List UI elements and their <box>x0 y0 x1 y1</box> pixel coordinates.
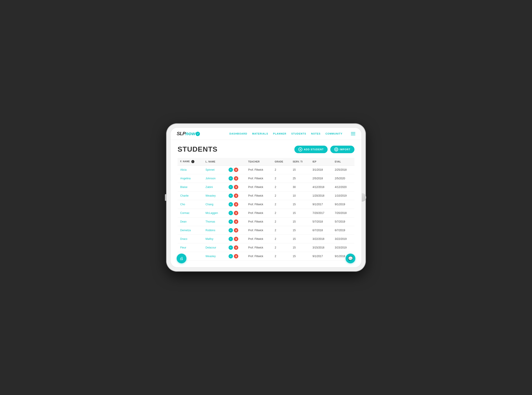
cell-grade: 2 <box>272 200 290 209</box>
col-lname[interactable]: L. NAME <box>203 158 226 166</box>
cell-lname[interactable]: Malfoy <box>203 235 226 243</box>
logo-area: SLP now <box>177 131 200 137</box>
edit-button[interactable] <box>229 219 233 224</box>
cell-fname[interactable]: Fleur <box>178 243 203 252</box>
cell-teacher: Prof. Flitwick <box>246 243 272 252</box>
cell-iep: 9/1/2017 <box>310 200 332 209</box>
cell-actions <box>226 183 245 192</box>
nav-dashboard[interactable]: DASHBOARD <box>230 132 247 135</box>
cell-teacher: Prof. Flitwick <box>246 183 272 192</box>
col-fname[interactable]: F. NAME ↓ <box>178 158 203 166</box>
cell-fname[interactable]: Charlie <box>178 192 203 200</box>
logo-slp: SLP <box>177 131 186 137</box>
nav-links: DASHBOARD MATERIALS PLANNER STUDENTS NOT… <box>230 132 355 135</box>
delete-button[interactable] <box>234 168 238 172</box>
cell-iep: 4/12/2018 <box>310 183 332 192</box>
table-row: Fleur Delacour Prof. Flitwick 2 15 3/15/… <box>178 243 354 252</box>
col-grade[interactable]: GRADE <box>272 158 290 166</box>
cell-lname[interactable]: Weasley <box>203 192 226 200</box>
cell-lname[interactable]: Delacour <box>203 243 226 252</box>
cell-fname[interactable]: Blaise <box>178 183 203 192</box>
col-serv[interactable]: SERV. TI <box>290 158 310 166</box>
delete-button[interactable] <box>234 176 238 181</box>
cell-teacher: Prof. Flitwick <box>246 226 272 235</box>
cell-lname[interactable]: Chang <box>203 200 226 209</box>
delete-button[interactable] <box>234 185 238 189</box>
nav-materials[interactable]: MATERIALS <box>252 132 268 135</box>
sort-icon: ↓ <box>191 160 194 163</box>
cell-grade: 2 <box>272 226 290 235</box>
cell-serv: 15 <box>290 226 310 235</box>
cell-teacher: Prof. Flitwick <box>246 209 272 217</box>
col-teacher[interactable]: TEACHER <box>246 158 272 166</box>
table-row: Blaise Zabini Prof. Flitwick 2 30 4/12/2… <box>178 183 354 192</box>
edit-button[interactable] <box>229 211 233 215</box>
cell-grade: 2 <box>272 235 290 243</box>
cell-serv: 15 <box>290 166 310 174</box>
add-icon: + <box>298 147 302 151</box>
cell-lname[interactable]: Weasley <box>203 252 226 261</box>
cell-serv: 15 <box>290 243 310 252</box>
delete-button[interactable] <box>234 211 238 215</box>
cell-fname[interactable]: Dean <box>178 217 203 226</box>
cell-actions <box>226 166 245 174</box>
cell-grade: 2 <box>272 183 290 192</box>
col-iep[interactable]: IEP <box>310 158 332 166</box>
cell-lname[interactable]: Spinnet <box>203 166 226 174</box>
cell-lname[interactable]: McLaggen <box>203 209 226 217</box>
cell-lname[interactable]: Zabini <box>203 183 226 192</box>
delete-button[interactable] <box>234 193 238 198</box>
cell-iep: 7/20/2017 <box>310 209 332 217</box>
cell-fname[interactable]: Alicia <box>178 166 203 174</box>
table-row: Fred Weasley Prof. Flitwick 2 15 9/1/201… <box>178 252 354 261</box>
edit-button[interactable] <box>229 254 233 258</box>
hamburger-menu[interactable] <box>351 132 355 135</box>
cell-eval: 2/5/2020 <box>332 174 354 183</box>
delete-button[interactable] <box>234 219 238 224</box>
import-button[interactable]: ⊙ IMPORT <box>330 146 354 153</box>
add-student-button[interactable]: + ADD STUDENT <box>294 146 328 153</box>
cell-eval: 2/25/2018 <box>332 166 354 174</box>
delete-button[interactable] <box>234 245 238 250</box>
cell-serv: 15 <box>290 252 310 261</box>
table-row: Dean Thomas Prof. Flitwick 2 15 5/7/2018… <box>178 217 354 226</box>
chat-button[interactable]: 💬 <box>346 254 355 263</box>
edit-button[interactable] <box>229 228 233 232</box>
cell-fname[interactable]: Cho <box>178 200 203 209</box>
edit-button[interactable] <box>229 237 233 241</box>
cell-fname[interactable]: Draco <box>178 235 203 243</box>
cell-lname[interactable]: Thomas <box>203 217 226 226</box>
delete-button[interactable] <box>234 254 238 258</box>
delete-button[interactable] <box>234 237 238 241</box>
table-header-row: F. NAME ↓ L. NAME TEACHER GRADE SERV. TI… <box>178 158 354 166</box>
nav-planner[interactable]: PLANNER <box>273 132 286 135</box>
table-row: Demelza Robbins Prof. Flitwick 2 15 6/7/… <box>178 226 354 235</box>
edit-button[interactable] <box>229 176 233 181</box>
nav-students[interactable]: STUDENTS <box>291 132 306 135</box>
col-actions <box>226 158 245 166</box>
table-row: Charlie Weasley Prof. Flitwick 2 10 1/20… <box>178 192 354 200</box>
edit-button[interactable] <box>229 193 233 198</box>
cell-eval: 6/7/2019 <box>332 226 354 235</box>
cell-teacher: Prof. Flitwick <box>246 200 272 209</box>
cell-lname[interactable]: Johnson <box>203 174 226 183</box>
edit-button[interactable] <box>229 168 233 172</box>
cell-fname[interactable]: Angelina <box>178 174 203 183</box>
delete-button[interactable] <box>234 202 238 207</box>
edit-button[interactable] <box>229 185 233 189</box>
delete-button[interactable] <box>234 228 238 232</box>
cell-iep: 3/22/2018 <box>310 235 332 243</box>
cell-fname[interactable]: Demelza <box>178 226 203 235</box>
edit-button[interactable] <box>229 202 233 207</box>
cell-lname[interactable]: Robbins <box>203 226 226 235</box>
nav-community[interactable]: COMMUNITY <box>325 132 342 135</box>
cell-actions <box>226 209 245 217</box>
cell-serv: 10 <box>290 192 310 200</box>
edit-button[interactable] <box>229 245 233 250</box>
cell-iep: 6/7/2018 <box>310 226 332 235</box>
col-eval[interactable]: EVAL <box>332 158 354 166</box>
nav-notes[interactable]: NOTES <box>311 132 321 135</box>
print-button[interactable]: 🖨 <box>177 254 186 263</box>
cell-fname[interactable]: Cormac <box>178 209 203 217</box>
logo-now: now <box>186 131 200 137</box>
